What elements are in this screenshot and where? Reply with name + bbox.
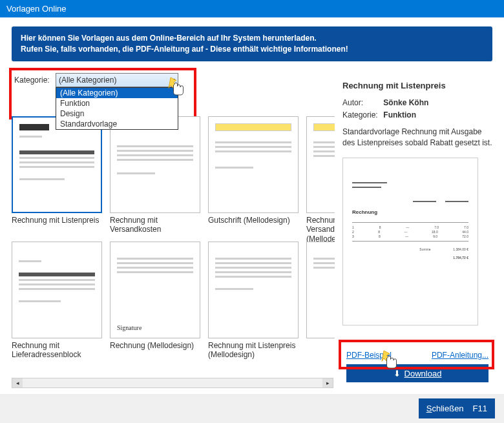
- template-caption: Rechnung mit Versandkosten (Mellodesign): [306, 216, 335, 235]
- details-description: Standardvorlage Rechnung mit Ausgabe des…: [342, 127, 492, 149]
- scroll-right-button[interactable]: ▸: [322, 378, 333, 387]
- template-item[interactable]: Gutschrift (Mellodesign): [208, 116, 299, 235]
- detail-category-label: Kategorie:: [342, 109, 381, 121]
- template-item[interactable]: Rechnung mit Lieferadressenblock: [12, 242, 102, 360]
- preview-heading: Rechnung: [352, 209, 468, 215]
- template-caption: Rechnung (Mellodesign): [110, 341, 200, 360]
- info-banner: Hier können Sie Vorlagen aus dem Online-…: [12, 26, 492, 61]
- highlight-rect-links: [339, 340, 494, 369]
- window-title: Vorlagen Online: [6, 4, 67, 14]
- template-thumbnail: [110, 116, 200, 213]
- template-thumbnail: [208, 242, 299, 338]
- category-select[interactable]: (Alle Kategorien) ▾: [56, 73, 178, 87]
- template-item[interactable]: Rechnung mit Versandkosten: [110, 116, 200, 235]
- template-caption: Rechnung mit Listenpreis (Mellodesign): [208, 341, 299, 360]
- category-option[interactable]: (Alle Kategorien): [56, 88, 178, 98]
- download-label: Download: [404, 369, 442, 378]
- footer-bar: Schließen F11: [0, 394, 504, 423]
- details-title: Rechnung mit Listenpreis: [342, 81, 492, 90]
- cursor-click-icon: [167, 76, 186, 101]
- category-option[interactable]: Funktion: [56, 98, 178, 108]
- details-panel: Rechnung mit Listenpreis Autor: Sönke Kö…: [342, 81, 492, 325]
- info-line-1: Hier können Sie Vorlagen aus dem Online-…: [21, 33, 483, 44]
- category-selected-value: (Alle Kategorien): [59, 76, 116, 85]
- category-option[interactable]: Standardvorlage: [56, 119, 178, 129]
- scroll-left-button[interactable]: ◂: [12, 378, 23, 387]
- category-dropdown[interactable]: (Alle Kategorien) Funktion Design Standa…: [56, 87, 178, 130]
- template-caption: Gutschrift (Mellodesign): [208, 216, 299, 235]
- close-button[interactable]: Schließen F11: [419, 398, 495, 418]
- category-label: Kategorie:: [14, 76, 50, 85]
- close-shortcut: F11: [473, 404, 487, 413]
- template-caption: Rechnung mit Lieferadressenblock: [12, 341, 102, 360]
- template-thumbnail: Signature: [110, 242, 200, 338]
- horizontal-scrollbar[interactable]: ◂ ▸: [12, 378, 333, 388]
- close-label-rest: chließen: [432, 404, 463, 413]
- template-item[interactable]: Rechnung mit Listenpreis: [12, 116, 102, 235]
- author-label: Autor:: [342, 97, 381, 109]
- cursor-click-icon: [380, 349, 399, 374]
- template-item[interactable]: Rechnung mit Listenpreis (Mellodesign): [208, 242, 299, 360]
- template-grid: Rechnung mit Listenpreis Rechnung mit Ve…: [12, 116, 335, 378]
- template-caption: [306, 341, 335, 360]
- template-caption: Rechnung mit Listenpreis: [12, 216, 102, 235]
- template-thumbnail: [12, 242, 102, 338]
- template-thumbnail: [306, 242, 335, 338]
- template-item[interactable]: Signature Rechnung (Mellodesign): [110, 242, 200, 360]
- detail-category-value: Funktion: [383, 110, 416, 119]
- author-value: Sönke Köhn: [383, 98, 428, 107]
- category-option[interactable]: Design: [56, 108, 178, 119]
- template-item[interactable]: Rechnung mit Versandkosten (Mellodesign): [306, 116, 335, 235]
- template-caption: Rechnung mit Versandkosten: [110, 216, 200, 235]
- window-titlebar: Vorlagen Online: [0, 0, 504, 17]
- details-preview: Rechnung 18—7.07.0 28—18.044.0 38—9.072.…: [342, 158, 478, 325]
- info-line-2: Rufen Sie, falls vorhanden, die PDF-Anle…: [21, 44, 483, 55]
- template-thumbnail: [12, 116, 102, 213]
- template-thumbnail: [208, 116, 299, 213]
- template-item[interactable]: [306, 242, 335, 360]
- template-thumbnail: [306, 116, 335, 213]
